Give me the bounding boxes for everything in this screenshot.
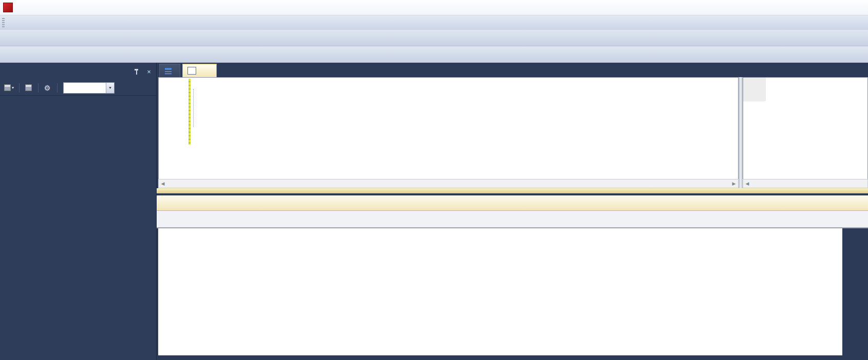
tree-display-mode-icon[interactable]: ▼: [3, 82, 15, 94]
monitor-value-pane: [743, 77, 868, 179]
scroll-right-icon[interactable]: ▶: [730, 181, 738, 186]
collapse-icon: [25, 84, 32, 91]
label-editor-tab-icon: [164, 67, 172, 75]
monitor-hscrollbar[interactable]: ◀: [743, 179, 868, 188]
toolbar-separator: [19, 83, 20, 93]
navigation-toolbar: ▼ ⚙ ▼: [0, 80, 156, 96]
monitor-gutter: [743, 78, 766, 101]
toolbar-separator: [57, 83, 58, 93]
tree-icon: [4, 84, 11, 91]
edit-indicator-stripe: [188, 79, 191, 145]
tab-progpou-local-label[interactable]: [159, 64, 180, 77]
scroll-left-icon[interactable]: ◀: [743, 181, 751, 186]
fold-guide-line: [193, 89, 194, 127]
watch-window-title: [157, 195, 868, 211]
gx-works3-window: × ▼ ⚙ ▼: [0, 0, 868, 360]
view-toolbar: [0, 46, 868, 63]
navigation-panel: × ▼ ⚙ ▼: [0, 63, 157, 360]
dock-accent-strip: [157, 188, 868, 193]
pin-icon[interactable]: [133, 68, 141, 76]
gear-icon: ⚙: [44, 84, 51, 92]
tree-collapse-icon[interactable]: [22, 82, 34, 94]
watch-toolbar: [157, 211, 868, 228]
editor-hscrollbar[interactable]: ◀ ▶: [158, 179, 739, 188]
workspace: × ▼ ⚙ ▼: [0, 63, 868, 360]
toolbar-separator: [38, 83, 39, 93]
menu-grip[interactable]: [2, 18, 5, 27]
st-program-icon: [187, 67, 196, 75]
tab-progpou-st-monitor[interactable]: [182, 64, 217, 77]
tree-filter-combo[interactable]: ▼: [63, 82, 115, 94]
editor-splitter[interactable]: [739, 77, 743, 188]
dropdown-arrow-icon: ▼: [11, 86, 15, 89]
dropdown-arrow-icon[interactable]: ▼: [106, 83, 114, 93]
watch-table: [158, 228, 842, 355]
close-panel-icon[interactable]: ×: [145, 68, 153, 76]
app-logo-icon: [3, 3, 13, 12]
st-code-editor[interactable]: [158, 77, 739, 179]
navigation-header: ×: [0, 66, 156, 78]
settings-gear-icon[interactable]: ⚙: [41, 82, 53, 94]
document-tabbar: [157, 63, 868, 77]
scroll-left-icon[interactable]: ◀: [159, 181, 167, 186]
menu-bar: [0, 15, 868, 30]
main-toolbar: [0, 30, 868, 46]
title-bar: [0, 0, 868, 15]
